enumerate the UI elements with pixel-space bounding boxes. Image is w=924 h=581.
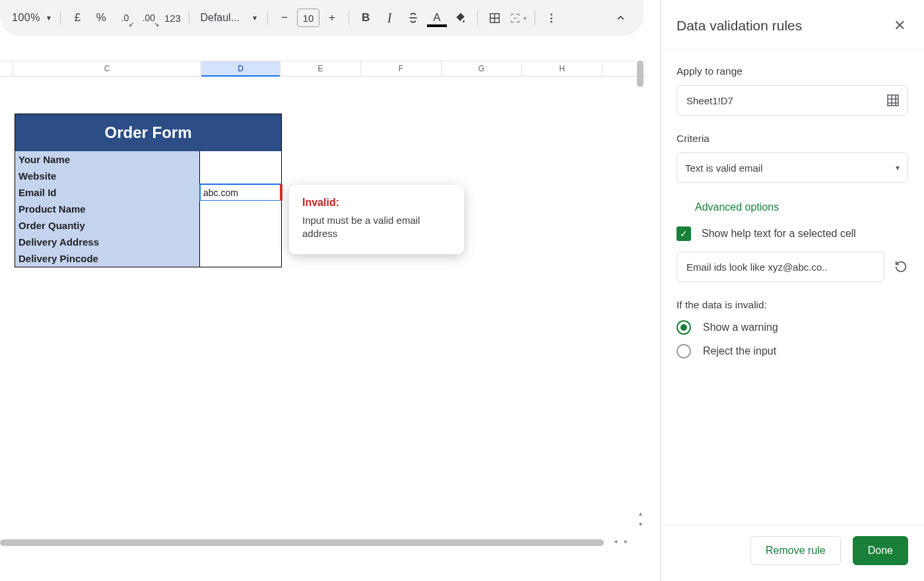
column-header-E[interactable]: E bbox=[280, 61, 361, 76]
increase-decimal-button[interactable]: .00 ↘ bbox=[137, 7, 160, 29]
order-form-range: Order Form Your Name Website Email Id ab… bbox=[15, 114, 282, 267]
increase-font-size-button[interactable]: + bbox=[321, 7, 343, 29]
form-label-cell[interactable]: Delivery Pincode bbox=[15, 250, 200, 267]
help-text-field[interactable] bbox=[676, 252, 884, 282]
form-value-cell[interactable] bbox=[200, 217, 281, 234]
scrollbar-thumb[interactable] bbox=[637, 61, 644, 87]
done-button[interactable]: Done bbox=[853, 536, 908, 565]
right-arrow-icon: ↘ bbox=[154, 20, 159, 28]
reset-help-text-button[interactable] bbox=[894, 259, 908, 274]
paint-bucket-icon bbox=[454, 11, 467, 24]
borders-button[interactable] bbox=[483, 7, 506, 29]
apply-to-range-field[interactable] bbox=[676, 85, 908, 116]
select-range-icon[interactable] bbox=[886, 94, 900, 107]
panel-title: Data validation rules bbox=[676, 18, 802, 34]
form-row: Your Name bbox=[15, 151, 281, 168]
done-label: Done bbox=[868, 545, 893, 557]
form-label-text: Delivery Address bbox=[18, 236, 99, 248]
apply-to-range-label: Apply to range bbox=[676, 65, 908, 77]
collapse-toolbar-button[interactable] bbox=[609, 7, 632, 29]
italic-button[interactable]: I bbox=[378, 7, 401, 29]
criteria-label: Criteria bbox=[676, 133, 908, 145]
form-value-cell[interactable] bbox=[200, 234, 281, 250]
panel-footer: Remove rule Done bbox=[661, 525, 924, 581]
row-header-spacer bbox=[0, 61, 13, 76]
column-header-H[interactable]: H bbox=[522, 61, 603, 76]
bold-glyph: B bbox=[362, 11, 370, 24]
column-header-D[interactable]: D bbox=[201, 61, 280, 76]
form-label-text: Website bbox=[18, 170, 56, 182]
toolbar-separator bbox=[60, 11, 61, 25]
tooltip-body: Input must be a valid email address bbox=[302, 214, 451, 241]
form-label-cell[interactable]: Your Name bbox=[15, 151, 200, 168]
form-label-cell[interactable]: Website bbox=[15, 168, 200, 184]
show-warning-radio[interactable] bbox=[676, 320, 691, 335]
decrease-decimal-button[interactable]: .0 ↙ bbox=[114, 7, 136, 29]
form-label-cell[interactable]: Order Quantiy bbox=[15, 217, 200, 234]
form-label-cell[interactable]: Email Id bbox=[15, 184, 200, 201]
form-row: Email Id abc.com bbox=[15, 184, 281, 201]
advanced-options-toggle[interactable]: Advanced options bbox=[695, 201, 908, 213]
scrollbar-thumb[interactable] bbox=[0, 539, 604, 546]
strikethrough-icon bbox=[407, 11, 420, 24]
show-help-text-checkbox[interactable]: ✓ bbox=[676, 226, 691, 241]
left-arrow-icon: ↙ bbox=[129, 20, 134, 28]
fill-color-button[interactable] bbox=[449, 7, 472, 29]
font-size-input[interactable]: 10 bbox=[297, 9, 319, 27]
column-header-C[interactable]: C bbox=[13, 61, 201, 76]
toolbar-separator bbox=[189, 11, 189, 25]
scroll-down-icon[interactable]: ▾ bbox=[635, 520, 645, 531]
merge-cells-button[interactable]: ▾ bbox=[507, 7, 529, 29]
scroll-left-icon[interactable]: ◂ bbox=[610, 537, 620, 548]
reject-input-radio[interactable] bbox=[676, 344, 691, 359]
vertical-scrollbar[interactable]: ▴ ▾ bbox=[635, 61, 645, 536]
form-value-cell[interactable] bbox=[200, 168, 281, 184]
zoom-dropdown[interactable]: 100% ▾ bbox=[5, 7, 55, 29]
form-label-cell[interactable]: Delivery Address bbox=[15, 234, 200, 250]
column-header-G[interactable]: G bbox=[442, 61, 522, 76]
percent-format-button[interactable]: % bbox=[90, 7, 112, 29]
form-row: Delivery Address bbox=[15, 234, 281, 250]
selected-cell-D7[interactable]: abc.com bbox=[200, 184, 281, 201]
range-input[interactable] bbox=[685, 94, 886, 107]
scroll-up-icon[interactable]: ▴ bbox=[635, 510, 645, 520]
strikethrough-button[interactable] bbox=[402, 7, 424, 29]
help-text-input[interactable] bbox=[685, 261, 876, 273]
form-value-cell[interactable] bbox=[200, 201, 281, 217]
vertical-dots-icon: ⋮ bbox=[546, 11, 558, 25]
form-title-cell[interactable]: Order Form bbox=[15, 114, 281, 151]
close-panel-button[interactable]: ✕ bbox=[891, 15, 908, 37]
remove-rule-button[interactable]: Remove rule bbox=[750, 536, 841, 565]
form-label-text: Delivery Pincode bbox=[18, 253, 98, 264]
text-color-button[interactable]: A bbox=[426, 9, 448, 27]
number-123-label: 123 bbox=[164, 13, 181, 24]
panel-body: Apply to range Criteria Text is valid em… bbox=[661, 50, 924, 525]
more-toolbar-button[interactable]: ⋮ bbox=[541, 7, 563, 29]
more-formats-button[interactable]: 123 bbox=[161, 7, 183, 29]
font-name-label: Defaul... bbox=[200, 12, 240, 24]
borders-icon bbox=[489, 13, 500, 24]
criteria-value: Text is valid email bbox=[685, 162, 763, 174]
caret-down-icon: ▾ bbox=[253, 13, 257, 22]
bold-button[interactable]: B bbox=[354, 7, 377, 29]
font-family-dropdown[interactable]: Defaul... ▾ bbox=[195, 7, 262, 29]
decrease-font-size-button[interactable]: − bbox=[273, 7, 296, 29]
percent-glyph: % bbox=[96, 11, 106, 24]
column-header-row: C D E F G H bbox=[0, 61, 647, 77]
dec-more-label: .00 bbox=[143, 13, 155, 23]
form-value-cell[interactable] bbox=[200, 250, 281, 267]
show-warning-label: Show a warning bbox=[703, 322, 778, 333]
form-label-text: Your Name bbox=[18, 154, 70, 165]
panel-header: Data validation rules ✕ bbox=[661, 0, 924, 50]
criteria-dropdown[interactable]: Text is valid email ▾ bbox=[676, 153, 908, 183]
form-label-cell[interactable]: Product Name bbox=[15, 201, 200, 217]
form-row: Delivery Pincode bbox=[15, 250, 281, 267]
currency-format-button[interactable]: £ bbox=[66, 7, 88, 29]
scroll-right-icon[interactable]: ▸ bbox=[620, 537, 631, 548]
form-value-cell[interactable] bbox=[200, 151, 281, 168]
column-label: G bbox=[478, 64, 484, 73]
formatting-toolbar: 100% ▾ £ % .0 ↙ .00 ↘ 123 Defaul... ▾ − … bbox=[0, 0, 644, 36]
column-header-F[interactable]: F bbox=[361, 61, 442, 76]
toolbar-separator bbox=[267, 11, 268, 25]
horizontal-scrollbar[interactable]: ◂ ▸ bbox=[0, 537, 634, 548]
